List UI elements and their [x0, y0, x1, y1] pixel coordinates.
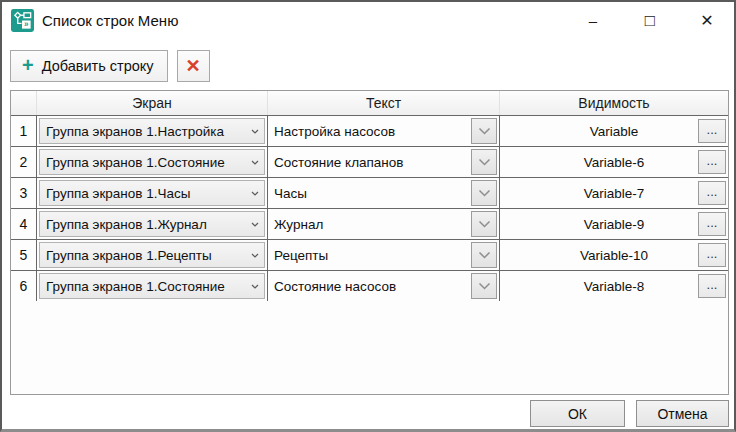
delete-row-button[interactable]: ✕	[177, 50, 210, 82]
screen-combobox-value: Группа экранов 1.Состояние	[46, 279, 248, 294]
visibility-cell: Variable-10 ...	[500, 240, 728, 270]
text-dropdown-button[interactable]	[471, 211, 497, 237]
visibility-cell: Variable ...	[500, 116, 728, 146]
table-row: 4 Группа экранов 1.Журнал Журнал Variabl…	[11, 208, 728, 239]
chevron-down-icon	[251, 284, 259, 289]
plus-icon: +	[22, 55, 34, 75]
column-header-visibility: Видимость	[500, 91, 728, 115]
text-dropdown-button[interactable]	[471, 180, 497, 206]
visibility-browse-button[interactable]: ...	[698, 119, 726, 143]
text-dropdown-button[interactable]	[471, 149, 497, 175]
visibility-cell: Variable-8 ...	[500, 271, 728, 301]
screen-cell: Группа экранов 1.Журнал	[37, 209, 268, 239]
maximize-button[interactable]: □	[627, 4, 673, 38]
text-combobox-value: Состояние насосов	[274, 279, 426, 294]
window-controls: – □ ✕	[559, 2, 734, 39]
chevron-down-icon	[478, 189, 491, 197]
row-number: 3	[11, 178, 37, 208]
row-number: 2	[11, 147, 37, 177]
visibility-value: Variable	[590, 124, 639, 139]
visibility-value: Variable-6	[584, 155, 645, 170]
screen-combobox-value: Группа экранов 1.Рецепты	[46, 248, 248, 263]
visibility-value: Variable-8	[584, 279, 645, 294]
table-row: 1 Группа экранов 1.Настройка Настройка н…	[11, 115, 728, 146]
text-cell: Состояние насосов	[268, 271, 500, 301]
chevron-down-icon	[478, 127, 491, 135]
visibility-cell: Variable-9 ...	[500, 209, 728, 239]
cancel-button[interactable]: Отмена	[636, 400, 729, 427]
chevron-down-icon	[251, 160, 259, 165]
screen-combobox[interactable]: Группа экранов 1.Рецепты	[39, 242, 265, 268]
title-bar: » Список строк Меню – □ ✕	[2, 2, 734, 39]
visibility-value: Variable-10	[580, 248, 648, 263]
close-button[interactable]: ✕	[684, 4, 730, 38]
text-cell: Рецепты	[268, 240, 500, 270]
screen-combobox-value: Группа экранов 1.Настройка	[46, 124, 248, 139]
screen-combobox[interactable]: Группа экранов 1.Журнал	[39, 211, 265, 237]
text-cell: Состояние клапанов	[268, 147, 500, 177]
ok-button[interactable]: ОК	[530, 400, 625, 427]
screen-combobox[interactable]: Группа экранов 1.Часы	[39, 180, 265, 206]
text-combobox-value: Рецепты	[274, 248, 358, 263]
chevron-down-icon	[478, 220, 491, 228]
column-header-screen: Экран	[37, 91, 268, 115]
row-number: 4	[11, 209, 37, 239]
visibility-cell: Variable-6 ...	[500, 147, 728, 177]
screen-cell: Группа экранов 1.Состояние	[37, 271, 268, 301]
table-body: 1 Группа экранов 1.Настройка Настройка н…	[11, 115, 728, 301]
chevron-down-icon	[251, 129, 259, 134]
table-row: 3 Группа экранов 1.Часы Часы Variable-7 …	[11, 177, 728, 208]
text-cell: Журнал	[268, 209, 500, 239]
text-cell: Настройка насосов	[268, 116, 500, 146]
visibility-browse-button[interactable]: ...	[698, 243, 726, 267]
text-combobox-value: Состояние клапанов	[274, 155, 434, 170]
dialog-window: » Список строк Меню – □ ✕ + Добавить стр…	[0, 0, 736, 432]
visibility-value: Variable-9	[584, 217, 645, 232]
menu-list-app-icon: »	[11, 9, 34, 32]
column-header-text: Текст	[268, 91, 500, 115]
screen-combobox[interactable]: Группа экранов 1.Настройка	[39, 118, 265, 144]
svg-text:»: »	[24, 20, 29, 29]
column-header-number	[11, 91, 37, 115]
visibility-browse-button[interactable]: ...	[698, 181, 726, 205]
text-dropdown-button[interactable]	[471, 118, 497, 144]
text-combobox-value: Журнал	[274, 217, 353, 232]
minimize-button[interactable]: –	[570, 4, 616, 38]
screen-cell: Группа экранов 1.Рецепты	[37, 240, 268, 270]
add-row-button-label: Добавить строку	[42, 58, 154, 74]
add-row-button[interactable]: + Добавить строку	[10, 50, 168, 82]
screen-cell: Группа экранов 1.Настройка	[37, 116, 268, 146]
menu-rows-table: Экран Текст Видимость 1 Группа экранов 1…	[10, 90, 729, 395]
screen-combobox-value: Группа экранов 1.Журнал	[46, 217, 248, 232]
window-title: Список строк Меню	[42, 12, 178, 29]
text-cell: Часы	[268, 178, 500, 208]
chevron-down-icon	[478, 251, 491, 259]
visibility-browse-button[interactable]: ...	[698, 274, 726, 298]
visibility-value: Variable-7	[584, 186, 645, 201]
visibility-cell: Variable-7 ...	[500, 178, 728, 208]
visibility-browse-button[interactable]: ...	[698, 212, 726, 236]
table-row: 2 Группа экранов 1.Состояние Состояние к…	[11, 146, 728, 177]
visibility-browse-button[interactable]: ...	[698, 150, 726, 174]
chevron-down-icon	[251, 191, 259, 196]
table-row: 6 Группа экранов 1.Состояние Состояние н…	[11, 270, 728, 301]
toolbar: + Добавить строку ✕	[2, 39, 734, 85]
screen-combobox[interactable]: Группа экранов 1.Состояние	[39, 273, 265, 299]
text-dropdown-button[interactable]	[471, 273, 497, 299]
row-number: 6	[11, 271, 37, 301]
chevron-down-icon	[251, 253, 259, 258]
delete-x-icon: ✕	[186, 57, 201, 75]
screen-cell: Группа экранов 1.Часы	[37, 178, 268, 208]
row-number: 1	[11, 116, 37, 146]
row-number: 5	[11, 240, 37, 270]
chevron-down-icon	[251, 222, 259, 227]
screen-cell: Группа экранов 1.Состояние	[37, 147, 268, 177]
text-dropdown-button[interactable]	[471, 242, 497, 268]
text-combobox-value: Настройка насосов	[274, 124, 425, 139]
screen-combobox[interactable]: Группа экранов 1.Состояние	[39, 149, 265, 175]
table-row: 5 Группа экранов 1.Рецепты Рецепты Varia…	[11, 239, 728, 270]
text-combobox-value: Часы	[274, 186, 337, 201]
screen-combobox-value: Группа экранов 1.Часы	[46, 186, 248, 201]
chevron-down-icon	[478, 282, 491, 290]
chevron-down-icon	[478, 158, 491, 166]
